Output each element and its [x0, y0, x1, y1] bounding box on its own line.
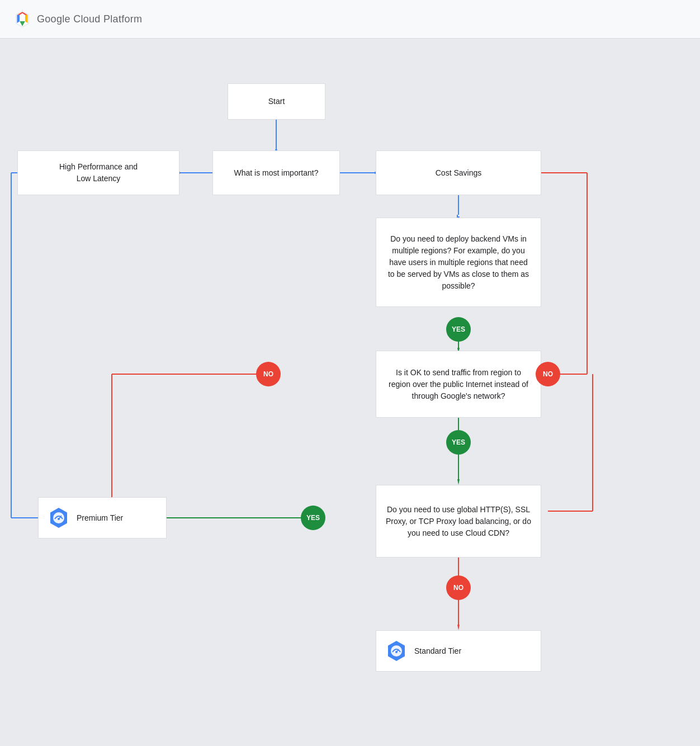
- cost-savings-label: Cost Savings: [436, 167, 481, 179]
- header: Google Cloud Platform: [0, 0, 700, 39]
- standard-tier-icon: [385, 640, 408, 662]
- decision-label: What is most important?: [234, 167, 319, 179]
- no-circle-2: NO: [536, 362, 560, 386]
- no-label-2: NO: [543, 370, 553, 378]
- question3-label: Do you need to use global HTTP(S), SSL P…: [385, 504, 532, 539]
- gcp-logo-text: Google Cloud Platform: [37, 13, 142, 25]
- premium-tier-icon: [48, 507, 70, 529]
- no-label-3: NO: [453, 584, 463, 592]
- yes-label-1: YES: [452, 325, 465, 333]
- gcp-logo: Google Cloud Platform: [13, 10, 142, 28]
- question3-box: Do you need to use global HTTP(S), SSL P…: [376, 485, 541, 558]
- question2-label: Is it OK to send traffic from region to …: [385, 367, 532, 402]
- standard-tier-box: Standard Tier: [376, 630, 541, 672]
- start-label: Start: [268, 96, 285, 107]
- svg-marker-32: [457, 625, 460, 630]
- gcp-logo-icon: [13, 10, 31, 28]
- question1-label: Do you need to deploy backend VMs in mul…: [385, 233, 532, 292]
- yes-circle-3: YES: [301, 506, 325, 530]
- question1-box: Do you need to deploy backend VMs in mul…: [376, 218, 541, 307]
- yes-label-3: YES: [306, 514, 320, 522]
- svg-marker-6: [20, 15, 25, 21]
- yes-label-2: YES: [452, 438, 465, 446]
- standard-tier-label: Standard Tier: [414, 645, 461, 657]
- no-circle-3: NO: [446, 575, 471, 600]
- question2-box: Is it OK to send traffic from region to …: [376, 351, 541, 418]
- high-perf-label: High Performance andLow Latency: [59, 161, 138, 185]
- start-box: Start: [228, 83, 325, 120]
- no-circle-1: NO: [256, 362, 281, 386]
- premium-tier-label: Premium Tier: [77, 512, 123, 524]
- premium-tier-box: Premium Tier: [38, 497, 167, 539]
- flowchart-lines: [0, 39, 700, 746]
- high-perf-box: High Performance andLow Latency: [17, 150, 179, 195]
- no-label-1: NO: [263, 370, 273, 378]
- svg-marker-31: [457, 479, 460, 485]
- yes-circle-1: YES: [446, 317, 471, 342]
- yes-circle-2: YES: [446, 430, 471, 455]
- flowchart-container: Start What is most important? High Perfo…: [0, 39, 700, 746]
- cost-savings-box: Cost Savings: [376, 150, 541, 195]
- decision-box: What is most important?: [212, 150, 340, 195]
